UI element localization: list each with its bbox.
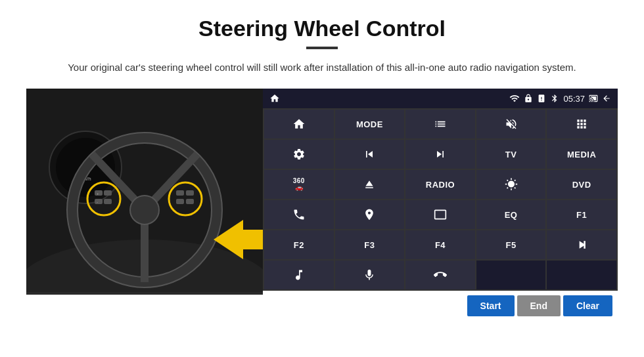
svg-rect-22 [176, 199, 184, 204]
btn-empty-2 [547, 261, 616, 289]
wifi-icon [509, 93, 520, 104]
panel-container: 05:37 MODE [263, 89, 618, 321]
btn-media[interactable]: MEDIA [547, 140, 616, 169]
content-row: 100 km/h + - [26, 89, 618, 321]
btn-radio[interactable]: RADIO [405, 170, 475, 199]
svg-rect-15 [95, 199, 103, 204]
btn-hangup[interactable] [405, 261, 475, 289]
sim-icon [537, 94, 546, 103]
svg-point-12 [130, 196, 159, 224]
btn-settings[interactable] [264, 140, 334, 169]
status-bar-left [269, 93, 280, 104]
status-time: 05:37 [563, 94, 585, 104]
back-icon [602, 94, 611, 103]
svg-text:+: + [97, 192, 99, 196]
btn-screen[interactable] [405, 200, 475, 229]
btn-music[interactable] [264, 261, 334, 289]
page-title: Steering Wheel Control [26, 16, 618, 41]
svg-rect-19 [104, 199, 112, 204]
home-status-icon [269, 93, 280, 104]
status-bar-right: 05:37 [509, 93, 611, 104]
btn-mic[interactable] [335, 261, 405, 289]
page-container: Steering Wheel Control Your original car… [0, 0, 644, 321]
svg-rect-24 [186, 199, 194, 204]
btn-phone[interactable] [264, 200, 334, 229]
btn-f2[interactable]: F2 [264, 230, 334, 259]
steering-wheel-image: 100 km/h + - [26, 89, 263, 295]
btn-rewind[interactable] [335, 140, 405, 169]
btn-forward[interactable] [405, 140, 475, 169]
btn-f5[interactable]: F5 [476, 230, 546, 259]
btn-tv[interactable]: TV [476, 140, 546, 169]
cast-icon [589, 94, 598, 103]
btn-empty-1 [476, 261, 546, 289]
lock-icon [524, 94, 533, 103]
btn-apps[interactable] [547, 110, 616, 138]
svg-rect-23 [186, 190, 194, 196]
start-button[interactable]: Start [467, 295, 515, 316]
page-subtitle: Your original car's steering wheel contr… [26, 60, 618, 75]
btn-f1[interactable]: F1 [547, 200, 616, 229]
btn-nav[interactable] [335, 200, 405, 229]
bluetooth-icon [550, 94, 559, 103]
svg-text:-: - [97, 200, 98, 204]
btn-playpause[interactable] [547, 230, 616, 259]
btn-eq[interactable]: EQ [476, 200, 546, 229]
svg-rect-21 [176, 190, 184, 196]
btn-dvd[interactable]: DVD [547, 170, 616, 199]
btn-brightness[interactable] [476, 170, 546, 199]
end-button[interactable]: End [517, 295, 561, 316]
svg-rect-18 [104, 190, 112, 196]
btn-list[interactable] [405, 110, 475, 138]
svg-rect-26 [584, 241, 586, 249]
btn-mute[interactable] [476, 110, 546, 138]
button-grid: MODE TV [263, 108, 618, 291]
title-divider [306, 47, 338, 49]
btn-mode[interactable]: MODE [335, 110, 405, 138]
status-bar: 05:37 [263, 89, 618, 108]
btn-f3[interactable]: F3 [335, 230, 405, 259]
clear-button[interactable]: Clear [563, 295, 612, 316]
btn-f4[interactable]: F4 [405, 230, 475, 259]
bottom-bar: Start End Clear [263, 291, 618, 321]
btn-360[interactable]: 360🚗 [264, 170, 334, 199]
btn-eject[interactable] [335, 170, 405, 199]
btn-home[interactable] [264, 110, 334, 138]
